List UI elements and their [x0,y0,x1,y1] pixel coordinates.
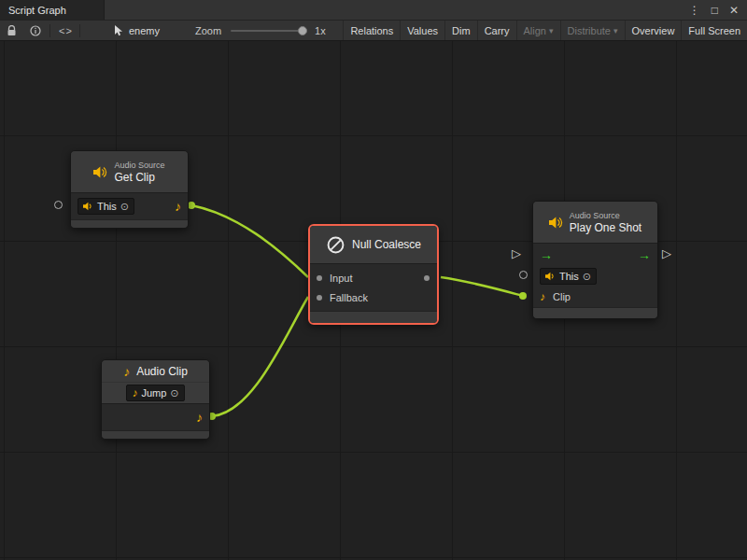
node-footer [533,307,657,318]
lock-icon[interactable] [0,21,23,40]
audio-source-icon [545,272,556,281]
audio-source-icon [93,166,107,178]
play-target-row: This ⊙ [533,266,657,287]
audio-clip-icon: ♪ [540,291,545,302]
wire-getclip-to-input[interactable] [191,205,308,277]
target-label: enemy [129,25,160,36]
get-clip-target-row: This ⊙ ♪ [71,193,188,219]
wire-result-to-clip[interactable] [441,277,523,296]
port-result-output[interactable] [424,275,430,281]
distribute-button[interactable]: Distribute ▾ [560,21,625,40]
node-null-coalesce-header: Null Coalesce [310,226,437,263]
overview-button[interactable]: Overview [625,21,682,40]
fallback-label: Fallback [330,292,368,303]
object-picker-icon[interactable]: ⊙ [170,388,178,399]
audio-clip-output-icon: ♪ [196,411,203,424]
audio-clip-value-field[interactable]: ♪ Jump ⊙ [126,385,184,401]
audio-source-icon [549,217,563,229]
node-footer [310,311,437,323]
node-title: Get Clip [114,171,154,184]
port-playoneshot-clip-input[interactable] [519,292,527,300]
node-get-clip-header: Audio Source Get Clip [71,151,188,192]
dim-button[interactable]: Dim [444,21,477,40]
node-footer [102,430,209,439]
graph-target[interactable]: enemy [114,25,160,36]
node-title: Null Coalesce [352,238,421,251]
play-target-field[interactable]: This ⊙ [540,268,597,285]
node-title: Audio Clip [136,365,188,378]
zoom-value: 1x [315,25,326,36]
audio-clip-icon: ♪ [132,387,137,399]
tab-label: Script Graph [8,5,66,16]
input-port-row: Input [310,268,437,287]
values-button[interactable]: Values [400,21,444,40]
zoom-slider-knob[interactable] [298,26,307,35]
graph-toolbar: < > enemy Zoom 1x Relations Values Dim C… [0,21,747,41]
port-input[interactable] [317,275,322,281]
chevron-down-icon: ▾ [613,26,618,35]
node-audio-clip-header: ♪ Audio Clip [102,360,209,382]
node-play-one-shot-header: Audio Source Play One Shot [533,202,657,243]
maximize-icon[interactable]: □ [712,5,718,16]
port-fallback[interactable] [317,295,322,301]
zoom-slider[interactable] [231,24,307,37]
toolbar-separator [49,24,50,37]
field-value: This [97,201,117,212]
node-play-one-shot[interactable]: Audio Source Play One Shot → → This ⊙ [532,201,658,319]
audio-source-icon [83,202,93,211]
port-getclip-output[interactable] [188,202,195,209]
zoom-slider-track [231,30,307,32]
node-get-clip[interactable]: Audio Source Get Clip This ⊙ ♪ [70,150,189,229]
audio-clip-output-icon: ♪ [175,200,181,213]
close-icon[interactable]: ✕ [729,5,739,16]
titlebar: Script Graph ⋮ □ ✕ [0,0,747,21]
toolbar-buttons: Relations Values Dim Carry Align ▾ Distr… [343,21,747,40]
graph-canvas[interactable]: Audio Source Get Clip This ⊙ ♪ [0,41,747,560]
wire-audioclip-to-fallback[interactable] [212,297,308,416]
input-label: Input [330,273,352,284]
window-controls: ⋮ □ ✕ [689,0,747,20]
field-value: Jump [141,387,166,399]
fallback-port-row: Fallback [310,287,437,307]
port-flow-out-triangle[interactable]: ▷ [660,247,673,260]
clip-label: Clip [553,291,571,302]
node-footer [71,219,188,228]
port-flow-in-triangle[interactable]: ▷ [510,247,523,260]
object-picker-icon[interactable]: ⊙ [120,202,129,212]
node-category: Audio Source [570,211,620,221]
clip-input-row: ♪ Clip [533,287,657,307]
port-getclip-this-input[interactable] [54,201,63,209]
flow-port-row: → → [533,244,657,266]
toolbar-separator [79,24,80,37]
node-audio-clip[interactable]: ♪ Audio Clip ♪ Jump ⊙ ♪ [101,359,210,440]
zoom-label: Zoom [195,25,221,36]
flow-in-icon[interactable]: → [540,248,553,261]
info-icon[interactable] [23,21,48,40]
field-value: This [559,271,579,282]
relations-button[interactable]: Relations [343,21,400,40]
code-icon[interactable]: < > [52,21,78,40]
chevron-down-icon: ▾ [549,26,554,35]
get-clip-target-field[interactable]: This ⊙ [78,198,134,215]
fullscreen-button[interactable]: Full Screen [681,21,747,40]
tab-script-graph[interactable]: Script Graph [0,0,105,20]
audio-clip-icon: ♪ [123,365,130,378]
menu-icon[interactable]: ⋮ [689,5,700,16]
carry-button[interactable]: Carry [477,21,516,40]
flow-out-icon[interactable]: → [638,248,651,261]
node-title: Play One Shot [570,221,641,234]
port-playoneshot-this-input[interactable] [519,271,528,279]
null-coalesce-icon [326,235,345,255]
node-null-coalesce[interactable]: Null Coalesce Input Fallback [308,224,439,325]
audio-clip-output-row: ♪ [102,404,209,430]
object-picker-icon[interactable]: ⊙ [583,272,591,282]
node-category: Audio Source [114,161,164,171]
align-button[interactable]: Align ▾ [516,21,560,40]
cursor-icon [114,25,124,36]
node-audio-clip-value-row: ♪ Jump ⊙ [102,382,209,403]
